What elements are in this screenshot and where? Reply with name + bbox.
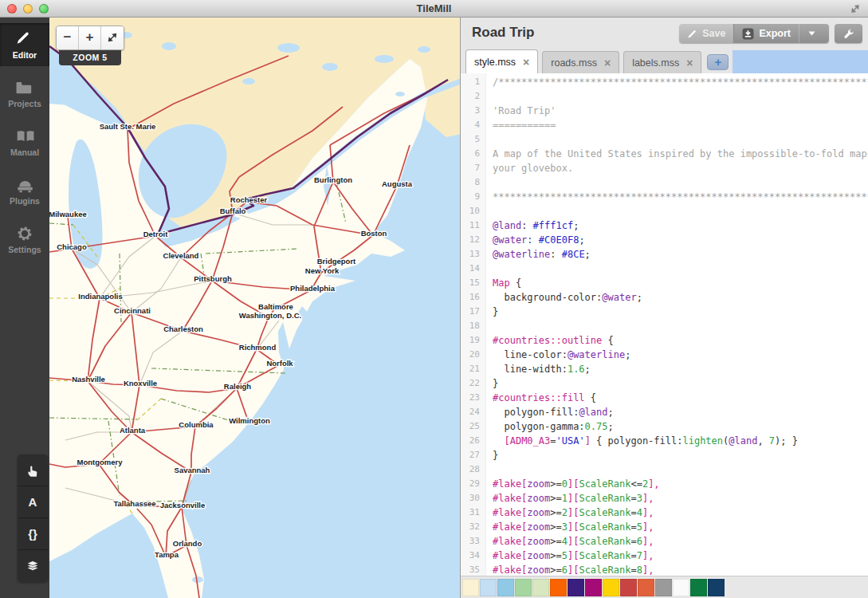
code-line: 'Road Trip' (493, 104, 868, 118)
carto-reference-tool-button[interactable]: {} (18, 518, 48, 550)
close-tab-icon[interactable]: × (523, 57, 529, 68)
city-label: Jacksonville (160, 501, 206, 509)
map-tools: A{} (18, 454, 48, 582)
export-button[interactable]: Export (733, 24, 799, 43)
city-label: Montgomery (77, 458, 124, 466)
color-swatch[interactable] (515, 579, 532, 596)
color-swatch[interactable] (673, 579, 689, 596)
city-label: Sault Ste. Marie (100, 122, 156, 131)
code-line: #lake[zoom>=5][ScaleRank=7], (493, 549, 868, 563)
city-label: Boston (361, 229, 387, 238)
code-line: #lake[zoom>=1][ScaleRank=3], (493, 491, 868, 506)
code-lines[interactable]: /***************************************… (486, 73, 868, 576)
city-label: Milwaukee (49, 210, 87, 218)
color-swatch[interactable] (655, 579, 672, 596)
code-line (493, 132, 868, 147)
code-line (493, 462, 868, 477)
minimize-window-icon[interactable] (23, 4, 33, 14)
expand-icon (107, 32, 118, 43)
city-label: Detroit (143, 230, 168, 238)
add-stylesheet-button[interactable]: + (707, 54, 729, 70)
sidebar-item-editor[interactable]: Editor (0, 23, 49, 66)
tab-roads.mss[interactable]: roads.mss× (542, 51, 619, 73)
city-label: New York (305, 266, 340, 275)
zoom-in-button[interactable]: + (79, 26, 101, 49)
city-label: Chicago (57, 242, 87, 251)
code-line: #lake[zoom>=4][ScaleRank=6], (493, 534, 868, 549)
lake (322, 63, 338, 71)
color-swatch[interactable] (638, 579, 654, 596)
city-label: Buffalo (220, 207, 246, 215)
city-label: Cleveland (163, 251, 199, 260)
color-swatch[interactable] (550, 579, 567, 596)
code-line: @waterline: #8CE; (493, 247, 868, 262)
color-swatch[interactable] (480, 579, 497, 596)
lake (242, 78, 255, 85)
chevron-down-icon (808, 31, 815, 36)
hand-icon (26, 463, 40, 478)
tab-bar: style.mss×roads.mss×labels.mss×+ (461, 49, 868, 73)
city-label: Savannah (175, 466, 210, 474)
fonts-tool-button[interactable]: A (18, 486, 48, 518)
color-swatch[interactable] (708, 579, 725, 596)
code-line: your glovebox. (493, 161, 868, 175)
export-menu-button[interactable] (799, 24, 829, 43)
city-label: Richmond (239, 343, 277, 352)
zoom-control: − + ZOOM 5 (56, 26, 124, 65)
color-swatch[interactable] (497, 579, 514, 596)
color-swatch[interactable] (620, 579, 637, 596)
city-label: Atlanta (120, 426, 146, 435)
lake (192, 576, 203, 583)
sidebar-item-settings[interactable]: Settings (0, 218, 49, 261)
color-swatch[interactable] (585, 579, 602, 596)
project-settings-button[interactable] (835, 24, 862, 43)
code-line: @land: #fff1cf; (493, 218, 868, 233)
sidebar-item-manual[interactable]: Manual (0, 120, 49, 163)
code-line (493, 262, 868, 276)
close-window-icon[interactable] (7, 4, 17, 14)
color-swatch[interactable] (603, 579, 619, 596)
code-line: @water: #C0E0F8; (493, 233, 868, 247)
tilemill-window: TileMill EditorProjectsManualPluginsSett… (0, 0, 868, 598)
download-icon (742, 28, 754, 40)
code-line (493, 175, 868, 190)
code-line: Map { (493, 276, 868, 290)
sidebar-item-plugins[interactable]: Plugins (0, 169, 49, 212)
lake (418, 46, 430, 53)
code-line: #countries::outline { (493, 333, 868, 348)
color-swatch[interactable] (568, 579, 584, 596)
city-label: Wilmington (229, 416, 270, 425)
code-line: polygon-gamma:0.75; (493, 419, 868, 434)
lake (162, 42, 176, 50)
sidebar-item-projects[interactable]: Projects (0, 72, 49, 115)
color-swatch[interactable] (690, 579, 707, 596)
fullscreen-icon[interactable] (849, 2, 862, 15)
city-label: Norfolk (266, 359, 293, 368)
project-title: Road Trip (472, 25, 534, 41)
close-tab-icon[interactable]: × (604, 57, 611, 69)
city-label: Raleigh (224, 382, 252, 391)
tab-style.mss[interactable]: style.mss× (465, 49, 538, 73)
zoom-window-icon[interactable] (39, 4, 49, 14)
close-tab-icon[interactable]: × (686, 57, 693, 69)
map-pane[interactable]: Sault Ste. MarieMilwaukeeChicagoDetroitC… (49, 18, 461, 598)
color-swatch[interactable] (532, 579, 549, 596)
map-canvas[interactable]: Sault Ste. MarieMilwaukeeChicagoDetroitC… (49, 18, 461, 598)
city-label: Nashville (72, 375, 105, 384)
color-swatch[interactable] (462, 579, 479, 596)
code-line: #lake[zoom>=3][ScaleRank=5], (493, 520, 868, 534)
save-button[interactable]: Save (679, 24, 733, 43)
zoom-out-button[interactable]: − (57, 26, 79, 49)
hand-tool-button[interactable] (18, 454, 48, 486)
code-line: A map of the United States inspired by t… (493, 147, 868, 161)
plugin-icon (15, 176, 34, 194)
city-label: Pittsburgh (194, 274, 232, 283)
zoom-extent-button[interactable] (101, 26, 124, 49)
layers-tool-button[interactable] (18, 550, 48, 582)
city-label: Burlington (314, 175, 352, 184)
city-label: Tallahassee (113, 499, 155, 508)
code-editor[interactable]: 1234567891011121314151617181920212223242… (461, 73, 868, 576)
code-line (493, 89, 868, 104)
code-line: background-color:@water; (493, 290, 868, 305)
tab-labels.mss[interactable]: labels.mss× (623, 51, 701, 73)
